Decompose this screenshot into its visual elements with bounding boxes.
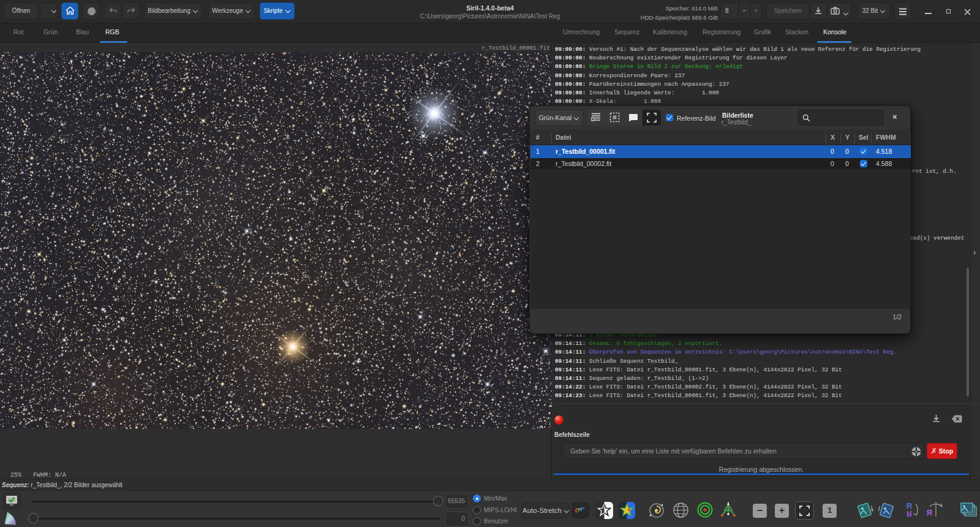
svg-text:R: R [926, 508, 932, 517]
svg-text:R: R [907, 501, 913, 510]
svg-text:R: R [907, 509, 913, 518]
